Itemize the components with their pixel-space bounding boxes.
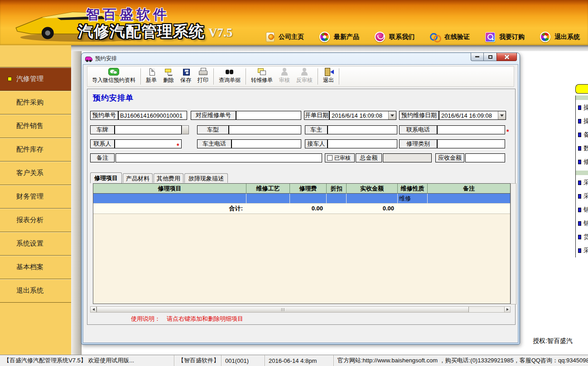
sidebar-item-parts-purchase[interactable]: 配件采购	[0, 90, 71, 114]
panel-item[interactable]: 操	[576, 101, 588, 114]
nav-latest-products[interactable]: 最新产品	[319, 32, 359, 42]
nav-order[interactable]: 我要订购	[485, 32, 525, 42]
appointment-repair-date-combo[interactable]: 2016/6/14 16:09:08	[439, 111, 506, 120]
repair-category-label: 修理类别	[399, 139, 437, 148]
scrollbar-track[interactable]	[469, 307, 504, 312]
contact-phone-input[interactable]	[437, 125, 505, 134]
panel-item[interactable]: 备	[576, 128, 588, 142]
bullet-icon	[578, 235, 581, 239]
panel-item[interactable]: 操	[576, 114, 588, 128]
tab-product-materials[interactable]: 产品材料	[123, 173, 153, 183]
order-date-combo[interactable]: 2016/6/14 16:09:08	[329, 111, 396, 120]
contact-person-input[interactable]	[115, 139, 182, 148]
sidebar-item-system-settings[interactable]: 系统设置	[0, 232, 71, 255]
sidebar-item-label: 报表分析	[16, 216, 43, 224]
nav-exit-system[interactable]: 退出系统	[540, 32, 580, 42]
sidebar-item-finance[interactable]: 财务管理	[0, 185, 71, 208]
window-frame-ridge-top	[71, 45, 588, 51]
cell-repair-fee[interactable]	[290, 194, 327, 204]
appointment-no-input[interactable]	[118, 111, 187, 120]
owner-phone-input[interactable]	[231, 139, 301, 148]
tab-fault-description[interactable]: 故障现象描述	[184, 173, 228, 183]
sidebar-item-exit-system[interactable]: 退出系统	[0, 279, 71, 302]
owner-phone-label: 车主电话	[197, 139, 231, 148]
window-buttons	[471, 53, 517, 61]
sidebar-item-basic-files[interactable]: 基本档案	[0, 255, 71, 279]
cell-repair-process[interactable]	[246, 194, 290, 204]
sidebar-item-auto-repair[interactable]: 汽修管理	[0, 67, 71, 90]
nav-company-home[interactable]: 公司主页	[266, 32, 304, 42]
panel-tab-button[interactable]	[575, 84, 588, 94]
toolbar-label: 查询单据	[219, 76, 241, 84]
cell-repair-nature[interactable]: 维修	[398, 194, 428, 204]
total-amount-input[interactable]	[383, 153, 432, 162]
convert-to-repair-order-button[interactable]: 转维修单	[248, 67, 276, 86]
scrollbar-thumb[interactable]	[96, 307, 469, 312]
panel-item[interactable]: 销	[576, 203, 588, 217]
tab-repair-items[interactable]: 修理项目	[90, 172, 122, 183]
maximize-button[interactable]	[484, 53, 496, 61]
audit-button[interactable]: 审核	[276, 67, 293, 86]
repair-order-no-input[interactable]	[236, 111, 301, 120]
car-icon	[85, 57, 92, 61]
close-button[interactable]	[496, 53, 517, 61]
cell-discount[interactable]	[327, 194, 347, 204]
repair-category-input[interactable]	[437, 139, 505, 148]
horizontal-scrollbar[interactable]	[90, 306, 511, 313]
total-amount-label: 总金额	[356, 153, 382, 162]
right-panel-body: 操 操 备 数 修 采 采 销 销 货 采	[575, 95, 588, 257]
panel-item[interactable]: 修	[576, 155, 588, 169]
print-button[interactable]: 打印	[194, 67, 212, 86]
nav-contact-us[interactable]: 联系我们	[375, 32, 414, 42]
window-frame-ridge-left	[71, 51, 82, 355]
sidebar-item-reports[interactable]: 报表分析	[0, 208, 71, 232]
column-header: 修理项目	[93, 184, 246, 194]
query-documents-button[interactable]: 查询单据	[216, 67, 244, 86]
plate-browse-button[interactable]	[182, 125, 189, 134]
cell-received-amount[interactable]	[347, 194, 398, 204]
chevron-down-icon[interactable]	[388, 111, 396, 119]
cell-remarks[interactable]	[428, 194, 510, 204]
tab-other-fees[interactable]: 其他费用	[154, 173, 183, 183]
column-header: 维修工艺	[246, 184, 290, 194]
panel-item[interactable]: 销	[576, 217, 588, 230]
empty-cell	[428, 204, 510, 214]
nav-online-verify[interactable]: 在线验证	[430, 32, 470, 42]
cell-repair-item[interactable]	[93, 194, 246, 204]
contact-phone-label: 联系电话	[399, 125, 437, 134]
scroll-right-arrow[interactable]	[504, 307, 510, 312]
bullet-icon	[578, 133, 581, 137]
audited-checkbox[interactable]	[327, 155, 333, 161]
chevron-down-icon[interactable]	[498, 111, 506, 119]
minimize-button[interactable]	[471, 53, 484, 61]
dialog-titlebar[interactable]: 预约安排	[82, 53, 520, 64]
panel-item-label: 修	[583, 158, 588, 166]
model-input[interactable]	[229, 125, 301, 134]
exit-button[interactable]: 退出	[320, 67, 337, 86]
panel-item[interactable]: 货	[576, 230, 588, 244]
save-button[interactable]: 保存	[177, 67, 194, 86]
sidebar: 汽修管理 配件采购 配件销售 配件库存 客户关系 财务管理 报表分析 系统设置 …	[0, 45, 71, 355]
reverse-audit-button[interactable]: 反审核	[293, 67, 316, 86]
receivable-amount-input[interactable]	[465, 153, 505, 162]
panel-item[interactable]: 数	[576, 142, 588, 155]
sidebar-item-parts-sales[interactable]: 配件销售	[0, 114, 71, 138]
sidebar-item-label: 汽修管理	[16, 75, 43, 83]
panel-item[interactable]: 采	[576, 244, 588, 257]
table-row-selected[interactable]: 维修	[93, 194, 510, 204]
sidebar-item-customer-relations[interactable]: 客户关系	[0, 161, 71, 185]
plate-input[interactable]	[115, 125, 182, 134]
new-order-button[interactable]: 新单	[143, 67, 160, 86]
panel-item[interactable]: 采	[576, 190, 588, 203]
owner-input[interactable]	[328, 125, 397, 134]
sidebar-item-parts-inventory[interactable]: 配件库存	[0, 138, 71, 161]
import-wechat-button[interactable]: 导入微信预约资料	[89, 67, 139, 86]
receiver-input[interactable]	[328, 139, 397, 148]
pinwheel-icon	[540, 32, 550, 42]
panel-item[interactable]: 采	[576, 176, 588, 190]
vertical-scrollbar[interactable]	[511, 183, 516, 304]
scroll-left-arrow[interactable]	[91, 307, 96, 312]
remarks-input[interactable]	[116, 153, 322, 162]
audit-icon	[280, 68, 289, 76]
delete-button[interactable]: 删除	[160, 67, 177, 86]
